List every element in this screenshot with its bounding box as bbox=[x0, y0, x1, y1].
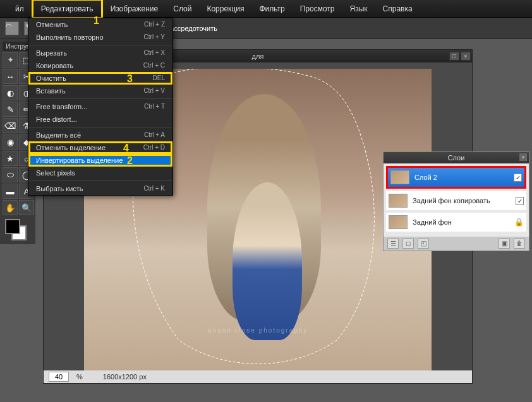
tool-button-14[interactable]: ⬭ bbox=[3, 167, 18, 182]
menu-edit[interactable]: Редактировать bbox=[32, 0, 103, 19]
menu-item-shortcut: Ctrl + C bbox=[143, 62, 165, 69]
menu-item-free-distort-[interactable]: Free distort... bbox=[28, 113, 172, 126]
menu-item-label: Отменить bbox=[36, 21, 68, 28]
layer-name: Задний фон копировать bbox=[413, 197, 490, 204]
tool-button-6[interactable]: ✎ bbox=[3, 102, 18, 117]
menu-separator bbox=[28, 45, 172, 45]
layer-visibility-checkbox[interactable]: ✓ bbox=[516, 197, 524, 205]
menu-separator bbox=[28, 180, 172, 181]
menu-item-label: Free transform... bbox=[36, 103, 87, 110]
menu-item-отменить[interactable]: ОтменитьCtrl + Z bbox=[28, 18, 172, 31]
lasso-tool-icon[interactable]: ◠ bbox=[5, 21, 19, 35]
main-menubar: йл Редактировать Изображение Слой Коррек… bbox=[0, 0, 532, 18]
tool-button-0[interactable]: ⌖ bbox=[3, 52, 18, 68]
menu-item-shortcut: Ctrl + A bbox=[144, 131, 165, 139]
tool-button-4[interactable]: ◐ bbox=[3, 85, 18, 100]
menu-item-shortcut: Ctrl + X bbox=[143, 49, 165, 57]
menu-item-отменить-выделение[interactable]: Отменить выделениеCtrl + D4 bbox=[28, 141, 172, 154]
canvas-maximize-button[interactable]: □ bbox=[449, 52, 459, 61]
layer-thumbnail bbox=[390, 170, 409, 184]
zoom-input[interactable] bbox=[49, 372, 69, 382]
layer-thumbnail bbox=[389, 194, 408, 208]
layer-row[interactable]: Задний фон копировать✓ bbox=[386, 191, 526, 210]
layers-toolbar: ☰ ◻ ◰ ▣ 🗑 bbox=[384, 237, 529, 251]
menu-file[interactable]: йл bbox=[8, 1, 32, 17]
layers-panel: Слои × Слой 2✓Задний фон копировать✓Задн… bbox=[383, 151, 529, 251]
layer-mask-button[interactable]: ◻ bbox=[402, 239, 414, 249]
menu-item-label: Очистить bbox=[36, 74, 66, 82]
menu-item-label: Копировать bbox=[36, 62, 73, 69]
menu-item-выполнить-повторно[interactable]: Выполнить повторноCtrl + Y bbox=[28, 31, 172, 44]
menu-item-выделить-вс-[interactable]: Выделить всёCtrl + A bbox=[28, 129, 172, 141]
tool-button-2[interactable]: ↔ bbox=[3, 69, 18, 84]
tool-button-19[interactable]: 🔍 bbox=[19, 200, 34, 215]
menu-item-shortcut: Ctrl + D bbox=[143, 144, 165, 151]
canvas-title: для bbox=[252, 52, 264, 60]
menu-item-label: Выделить всё bbox=[36, 131, 81, 139]
layers-list: Слой 2✓Задний фон копировать✓Задний фон🔒 bbox=[384, 163, 529, 237]
tool-button-10[interactable]: ◉ bbox=[3, 134, 18, 150]
menu-item-label: Инвертировать выделение bbox=[36, 157, 123, 164]
menu-language[interactable]: Язык bbox=[342, 1, 375, 17]
menu-correction[interactable]: Коррекция bbox=[199, 1, 251, 17]
tool-button-8[interactable]: ⌫ bbox=[3, 118, 18, 133]
menu-item-shortcut: Ctrl + V bbox=[143, 87, 165, 95]
menu-separator bbox=[28, 127, 172, 127]
menu-item-free-transform-[interactable]: Free transform...Ctrl + T bbox=[28, 100, 172, 113]
annotation-2: 2 bbox=[127, 155, 133, 166]
canvas-dimensions: 1600x1200 px bbox=[103, 373, 147, 381]
annotation-3: 3 bbox=[127, 73, 133, 84]
menu-item-select-pixels[interactable]: Select pixels bbox=[28, 167, 172, 179]
menu-item-инвертировать-выделение[interactable]: Инвертировать выделение2 bbox=[28, 154, 172, 167]
menu-layer[interactable]: Слой bbox=[166, 1, 199, 17]
anti-alias-label: Рассредоточить bbox=[166, 25, 217, 32]
layer-name: Слой 2 bbox=[414, 174, 437, 181]
status-bar: % 1600x1200 px bbox=[44, 370, 472, 383]
new-layer-button[interactable]: ▣ bbox=[499, 239, 510, 249]
menu-image[interactable]: Изображение bbox=[103, 1, 166, 17]
menu-item-shortcut: DEL bbox=[153, 74, 165, 82]
layer-settings-button[interactable]: ◰ bbox=[418, 239, 429, 249]
layers-panel-title[interactable]: Слои × bbox=[384, 152, 529, 163]
menu-item-label: Free distort... bbox=[36, 115, 77, 123]
menu-view[interactable]: Просмотр bbox=[293, 1, 342, 17]
annotation-4: 4 bbox=[123, 143, 129, 153]
menu-item-label: Выполнить повторно bbox=[36, 33, 104, 41]
layer-visibility-checkbox[interactable]: ✓ bbox=[514, 174, 522, 182]
edit-dropdown-menu: ОтменитьCtrl + ZВыполнить повторноCtrl +… bbox=[28, 18, 173, 196]
tool-button-16[interactable]: ▬ bbox=[3, 184, 18, 199]
menu-help[interactable]: Справка bbox=[375, 1, 420, 17]
image-watermark: alison close photography bbox=[208, 327, 308, 334]
layer-name: Задний фон bbox=[413, 218, 452, 226]
layer-row[interactable]: Слой 2✓ bbox=[386, 166, 526, 189]
layer-row[interactable]: Задний фон🔒 bbox=[386, 213, 526, 232]
zoom-unit: % bbox=[76, 373, 83, 381]
menu-item-копировать[interactable]: КопироватьCtrl + C bbox=[28, 59, 172, 72]
menu-item-shortcut: Ctrl + T bbox=[144, 103, 165, 110]
menu-item-label: Вставить bbox=[36, 87, 66, 95]
layer-thumbnail bbox=[389, 215, 408, 229]
delete-layer-button[interactable]: 🗑 bbox=[514, 239, 525, 249]
foreground-color[interactable] bbox=[5, 219, 20, 234]
menu-separator bbox=[28, 98, 172, 99]
menu-item-label: Отменить выделение bbox=[36, 144, 106, 151]
menu-item-shortcut: Ctrl + Y bbox=[144, 33, 165, 41]
menu-item-вырезать[interactable]: ВырезатьCtrl + X bbox=[28, 47, 172, 59]
menu-filter[interactable]: Фильтр bbox=[251, 1, 292, 17]
menu-item-label: Выбрать кисть bbox=[36, 185, 83, 192]
annotation-1: 1 bbox=[94, 15, 99, 27]
menu-item-label: Select pixels bbox=[36, 169, 75, 177]
layer-style-button[interactable]: ☰ bbox=[387, 239, 399, 249]
color-swatches[interactable] bbox=[3, 219, 34, 242]
tool-button-18[interactable]: ✋ bbox=[3, 200, 18, 215]
menu-item-выбрать-кисть[interactable]: Выбрать кистьCtrl + K bbox=[28, 182, 172, 195]
menu-item-shortcut: Ctrl + K bbox=[143, 185, 165, 192]
layers-close-button[interactable]: × bbox=[519, 153, 527, 161]
menu-item-вставить[interactable]: ВставитьCtrl + V bbox=[28, 85, 172, 97]
canvas-close-button[interactable]: × bbox=[461, 52, 471, 61]
menu-item-label: Вырезать bbox=[36, 49, 67, 57]
menu-item-очистить[interactable]: ОчиститьDEL3 bbox=[28, 72, 172, 85]
tool-button-12[interactable]: ★ bbox=[3, 151, 18, 166]
menu-item-shortcut: Ctrl + Z bbox=[144, 21, 165, 28]
lock-icon: 🔒 bbox=[514, 218, 524, 227]
